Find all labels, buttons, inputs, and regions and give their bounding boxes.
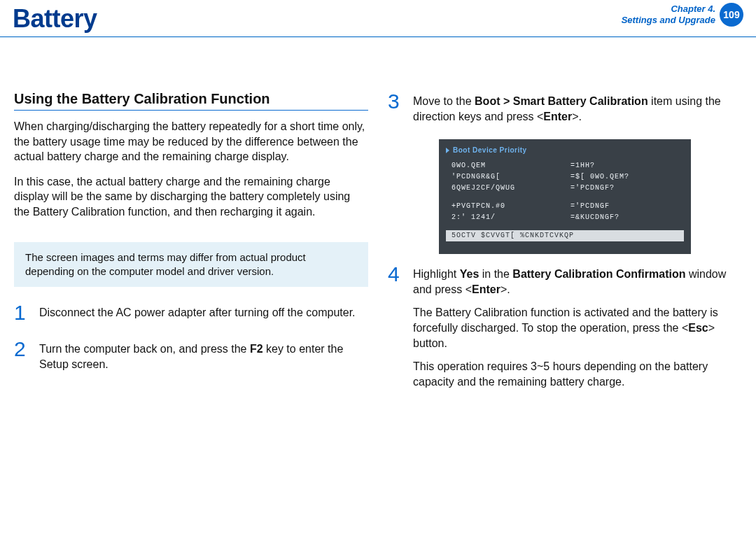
step-text: Highlight Yes in the Battery Calibration… — [413, 264, 742, 389]
bios-row: +PVGTPCN.#0='PCDNGF — [446, 201, 684, 212]
chapter-line-1: Chapter 4. — [622, 3, 715, 15]
step-1: 1 Disconnect the AC power adapter after … — [14, 302, 368, 323]
bios-row: 'PCDNGR&G[=$[ 0WO.QEM? — [446, 171, 684, 183]
key-esc: Esc — [688, 322, 708, 334]
s4-l1-prefix: Highlight — [413, 268, 460, 280]
header-right: Chapter 4. Settings and Upgrade 109 — [622, 3, 743, 27]
bios-row: 2:' 1241/=&KUCDNGF? — [446, 212, 684, 223]
bios-spacer — [446, 194, 684, 201]
bios-screenshot: Boot Device Priority 0WO.QEM=1HH? 'PCDNG… — [439, 139, 691, 254]
bios-highlight-row: 5OCTV $CVVGT[ %CNKDTCVKQP — [446, 230, 684, 241]
key-enter: Enter — [543, 111, 572, 122]
s4-l1-mid: in the — [479, 268, 512, 280]
page-title: Battery — [13, 4, 97, 34]
s4-l3: This operation requires 3~5 hours depend… — [413, 359, 742, 389]
step-number: 2 — [14, 339, 29, 360]
bios-row: 0WO.QEM=1HH? — [446, 160, 684, 171]
chapter-label: Chapter 4. Settings and Upgrade — [622, 3, 715, 27]
menu-path: Boot > Smart Battery Calibration — [475, 95, 648, 107]
left-column: Using the Battery Calibration Function W… — [14, 91, 368, 404]
step-text: Disconnect the AC power adapter after tu… — [39, 302, 356, 320]
key-f2: F2 — [250, 343, 263, 355]
step-text: Turn the computer back on, and press the… — [39, 339, 368, 372]
s4-l1-end: >. — [500, 283, 510, 295]
bios-title-row: Boot Device Priority — [446, 145, 684, 156]
step-number: 4 — [388, 264, 403, 285]
triangle-icon — [446, 148, 449, 153]
step-2: 2 Turn the computer back on, and press t… — [14, 339, 368, 372]
page-number-badge: 109 — [720, 3, 743, 27]
yes-label: Yes — [460, 268, 479, 280]
step-3: 3 Move to the Boot > Smart Battery Calib… — [388, 91, 742, 124]
chapter-line-2: Settings and Upgrade — [622, 15, 715, 26]
text-prefix: Turn the computer back on, and press the — [39, 343, 250, 355]
header-rule — [0, 36, 756, 38]
dialog-name: Battery Calibration Confirmation — [512, 268, 685, 280]
step-number: 3 — [388, 91, 403, 112]
s3-prefix: Move to the — [413, 95, 475, 107]
intro-para-2: In this case, the actual battery charge … — [14, 174, 368, 220]
step-text: Move to the Boot > Smart Battery Calibra… — [413, 91, 742, 124]
step-number: 1 — [14, 302, 29, 323]
page-header: Battery Chapter 4. Settings and Upgrade … — [0, 0, 756, 35]
key-enter: Enter — [472, 283, 500, 295]
s3-suffix: >. — [572, 111, 582, 122]
s4-l2-prefix: The Battery Calibration function is acti… — [413, 306, 718, 334]
intro-para-1: When charging/discharging the battery re… — [14, 119, 368, 164]
section-underline — [14, 110, 368, 111]
section-heading: Using the Battery Calibration Function — [14, 91, 368, 107]
note-box: The screen images and terms may differ f… — [14, 242, 368, 288]
bios-row: 6QWEJ2CF/QWUG='PCDNGF? — [446, 183, 684, 194]
step-4: 4 Highlight Yes in the Battery Calibrati… — [388, 264, 742, 389]
right-column: 3 Move to the Boot > Smart Battery Calib… — [388, 91, 742, 404]
bios-title: Boot Device Priority — [453, 145, 527, 156]
